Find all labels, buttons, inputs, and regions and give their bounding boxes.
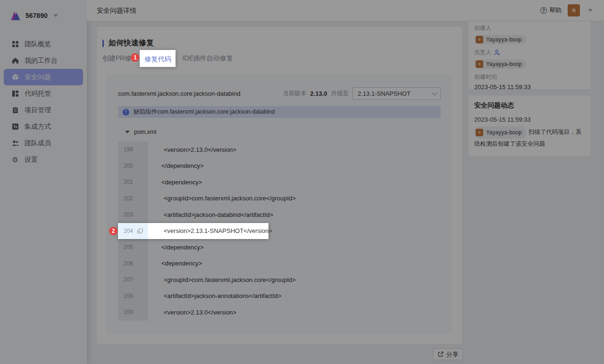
version-controls: 当前版本 2.13.0 升级至 2.13.1-SNAPSHOT [283, 87, 441, 100]
issue-meta-card: 创建人 Yayayya-boop 负责人 Yayayya-boop 创建时间 2… [469, 21, 591, 89]
fix-guide-card: 如何快速修复 创建PR修复 1 修复代码 IDE插件自动修复 com.faste… [97, 27, 462, 344]
section-accent-bar [102, 40, 104, 47]
file-name: pom.xml [134, 129, 156, 135]
code-text: <groupId>com.fasterxml.jackson.core</gro… [148, 190, 296, 207]
activity-user-avatar [476, 129, 483, 136]
sidebar-item-label: 安全问题 [25, 73, 51, 82]
file-collapse-toggle[interactable]: pom.xml [118, 129, 441, 135]
code-line: 205</dependency> [118, 239, 441, 256]
sidebar-item-workbench[interactable]: 我的工作台 [0, 52, 87, 69]
sidebar-item-security-issues[interactable]: 安全问题 [4, 69, 83, 85]
sidebar-item-label: 团队概览 [25, 40, 51, 49]
content-area: 如何快速修复 创建PR修复 1 修复代码 IDE插件自动修复 com.faste… [87, 21, 604, 364]
sidebar-item-settings[interactable]: ⚙ 设置 [0, 151, 87, 168]
sidebar-item-project-mgmt[interactable]: 项目管理 [0, 102, 87, 118]
activity-entry: Yayayya-boop扫描了代码项目，系统检测后创建了该安全问题 [474, 126, 585, 149]
activity-time: 2023-05-15 11:59:33 [474, 116, 585, 123]
assignee-pill[interactable]: Yayayya-boop [474, 59, 527, 69]
tour-step-2-badge: 2 [109, 227, 117, 235]
line-number: 205 [118, 239, 148, 256]
team-caret-icon [53, 14, 58, 17]
sidebar-item-team-overview[interactable]: 团队概览 [0, 36, 87, 52]
section-head: 如何快速修复 [102, 38, 462, 48]
code-text: <groupId>com.fasterxml.jackson.core</gro… [148, 272, 296, 288]
sidebar-item-label: 团队成员 [25, 139, 51, 148]
info-circle-icon: ! [123, 109, 129, 116]
sidebar-item-label: 项目管理 [25, 106, 51, 115]
code-text: <dependency> [148, 256, 202, 272]
creator-label: 创建人 [474, 24, 585, 32]
team-switcher[interactable]: 567890 [0, 0, 87, 22]
code-text: <version>2.13.1-SNAPSHOT</version> [148, 223, 272, 240]
share-button[interactable]: 分享 [433, 348, 463, 360]
topbar-actions: ? 帮助 [540, 0, 593, 21]
line-number: 202 [118, 190, 148, 207]
activity-user-pill[interactable]: Yayayya-boop [474, 126, 527, 139]
fix-tabs: 创建PR修复 1 修复代码 IDE插件自动修复 [102, 54, 462, 63]
line-number: 203 [118, 207, 148, 223]
code-text: <version>2.13.0</version> [148, 304, 236, 321]
team-name: 567890 [25, 12, 48, 19]
page: 567890 团队概览 我的工作台 安全问题 [0, 0, 604, 364]
help-button[interactable]: ? 帮助 [540, 6, 562, 15]
creator-pill[interactable]: Yayayya-boop [474, 35, 527, 44]
line-number: 204 [118, 223, 148, 240]
tour-step-1-badge: 1 [131, 53, 139, 62]
current-version: 2.13.0 [310, 90, 327, 97]
code-line: 202<groupId>com.fasterxml.jackson.core</… [118, 190, 441, 207]
repo-grid-icon [11, 90, 19, 98]
share-icon [437, 351, 444, 357]
code-line: 199<version>2.13.0</version> [118, 141, 441, 158]
activity-title: 安全问题动态 [474, 101, 585, 110]
code-line: 209<version>2.13.0</version> [118, 304, 441, 321]
code-text: <dependency> [148, 174, 202, 190]
question-circle-icon: ? [540, 7, 547, 14]
defect-alert: ! 缺陷组件com.fasterxml.jackson.core:jackson… [118, 106, 441, 118]
section-title: 如何快速修复 [109, 38, 154, 48]
code-text: </dependency> [148, 239, 204, 256]
sidebar: 567890 团队概览 我的工作台 安全问题 [0, 0, 87, 364]
add-person-icon[interactable] [494, 50, 500, 56]
chevron-down-icon [431, 90, 437, 96]
clipboard-icon [11, 107, 19, 114]
code-text: <version>2.13.0</version> [148, 141, 236, 158]
line-number: 208 [118, 288, 148, 305]
code-text: </dependency> [148, 158, 204, 174]
tab-ide-plugin-auto-fix[interactable]: IDE插件自动修复 [182, 54, 233, 63]
issue-activity-card: 安全问题动态 2023-05-15 11:59:33 Yayayya-boop扫… [469, 96, 591, 156]
code-line: 201<dependency> [118, 174, 441, 190]
integration-arrows-icon [11, 123, 19, 131]
created-time-value: 2023-05-15 11:59:33 [474, 83, 585, 91]
people-icon [11, 140, 19, 147]
tab-fix-code[interactable]: 1 修复代码 [140, 50, 176, 67]
line-number: 201 [118, 174, 148, 190]
code-block: 199<version>2.13.0</version>200</depende… [118, 141, 441, 321]
code-text: <artifactId>jackson-databind</artifactId… [148, 207, 273, 223]
assignee-avatar [476, 60, 483, 68]
line-number: 207 [118, 272, 148, 288]
user-menu-caret-icon[interactable] [588, 9, 593, 12]
sidebar-item-integration[interactable]: 集成方式 [0, 118, 87, 135]
sidebar-item-label: 我的工作台 [25, 57, 58, 65]
topbar: 安全问题详情 ? 帮助 [87, 0, 604, 21]
code-text: <artifactId>jackson-annotations</artifac… [148, 288, 281, 305]
brand-logo-icon [9, 9, 22, 22]
page-title: 安全问题详情 [97, 0, 136, 21]
copy-line-button[interactable] [137, 228, 143, 234]
sidebar-item-label: 设置 [25, 156, 38, 164]
sidebar-item-team-members[interactable]: 团队成员 [0, 135, 87, 151]
collapse-caret-icon [125, 131, 130, 133]
upgrade-version-select[interactable]: 2.13.1-SNAPSHOT [352, 87, 441, 100]
assignee-label: 负责人 [474, 49, 585, 57]
home-icon [11, 57, 19, 65]
line-number: 200 [118, 158, 148, 174]
line-number: 209 [118, 304, 148, 321]
created-time-label: 创建时间 [474, 73, 585, 81]
cube-icon [11, 74, 19, 81]
side-nav: 团队概览 我的工作台 安全问题 代码托管 [0, 36, 87, 168]
code-line: 208<artifactId>jackson-annotations</arti… [118, 288, 441, 305]
sidebar-item-code-hosting[interactable]: 代码托管 [0, 85, 87, 102]
fix-code-panel: com.fasterxml.jackson.core:jackson-datab… [106, 74, 453, 334]
user-avatar[interactable] [568, 4, 580, 17]
sidebar-item-label: 集成方式 [25, 123, 51, 131]
